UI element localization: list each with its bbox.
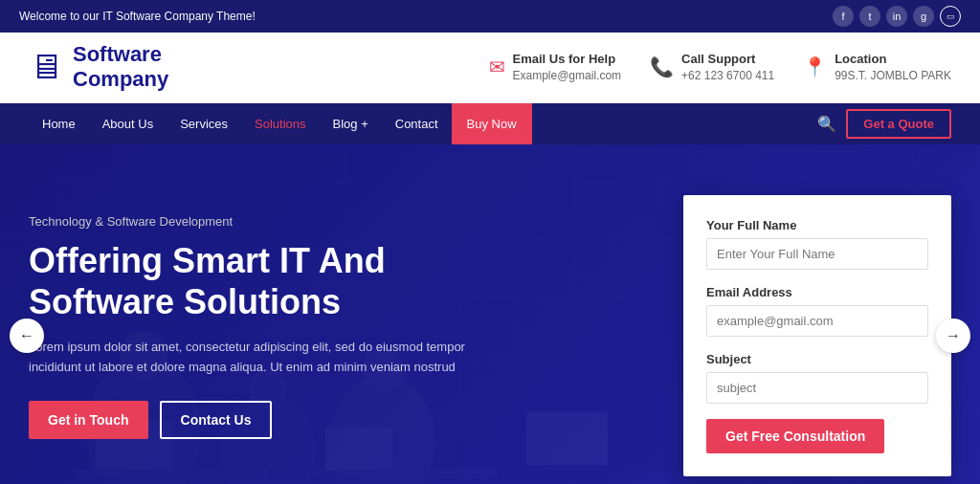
header: 🖥 Software Company ✉ Email Us for Help E… [0, 33, 980, 103]
contact-email: ✉ Email Us for Help Example@gmail.com [489, 51, 622, 84]
welcome-text: Welcome to our IT Software Company Theme… [19, 10, 256, 23]
twitter-icon[interactable]: t [859, 6, 880, 27]
get-in-touch-button[interactable]: Get in Touch [29, 401, 148, 439]
subject-label: Subject [706, 352, 928, 366]
nav-actions: 🔍 Get a Quote [817, 109, 951, 139]
navbar: Home About Us Services Solutions Blog + … [0, 103, 980, 144]
nav-home[interactable]: Home [29, 103, 89, 144]
search-icon[interactable]: 🔍 [817, 115, 836, 133]
tv-icon[interactable]: ▭ [940, 6, 961, 27]
name-label: Your Full Name [706, 218, 928, 232]
nav-services[interactable]: Services [167, 103, 241, 144]
name-input[interactable] [706, 238, 928, 270]
header-contacts: ✉ Email Us for Help Example@gmail.com 📞 … [489, 51, 952, 84]
hero-title: Offering Smart IT And Software Solutions [29, 240, 488, 322]
hero-prev-button[interactable]: ← [10, 319, 44, 353]
email-label: Email Address [706, 285, 928, 299]
consultation-form: Your Full Name Email Address Subject Get… [683, 195, 951, 476]
hero-content: Technology & Software Development Offeri… [0, 157, 980, 484]
top-bar: Welcome to our IT Software Company Theme… [0, 0, 980, 33]
hero-next-button[interactable]: → [936, 319, 970, 353]
google-icon[interactable]: g [913, 6, 934, 27]
email-value: Example@gmail.com [513, 68, 622, 84]
hero-subtitle: Technology & Software Development [29, 214, 488, 229]
nav-solutions[interactable]: Solutions [241, 103, 319, 144]
quote-button[interactable]: Get a Quote [846, 109, 951, 139]
logo-icon: 🖥 [29, 50, 63, 84]
hero-description: Lorem ipsum dolor sit amet, consectetur … [29, 338, 488, 378]
form-email-group: Email Address [706, 285, 928, 337]
location-value: 99S.T. JOMBLO PARK [835, 68, 951, 84]
nav-links: Home About Us Services Solutions Blog + … [29, 103, 532, 144]
contact-phone: 📞 Call Support +62 123 6700 411 [650, 51, 774, 84]
social-icons: f t in g ▭ [833, 6, 961, 27]
logo-text: Software Company [73, 42, 168, 93]
hero-text: Technology & Software Development Offeri… [29, 195, 488, 439]
contact-us-button[interactable]: Contact Us [160, 401, 273, 439]
phone-icon: 📞 [650, 55, 674, 78]
form-submit-button[interactable]: Get Free Consultation [706, 419, 884, 453]
phone-value: +62 123 6700 411 [681, 68, 774, 84]
location-icon: 📍 [803, 55, 827, 78]
email-input[interactable] [706, 305, 928, 337]
hero-buttons: Get in Touch Contact Us [29, 401, 488, 439]
nav-about[interactable]: About Us [89, 103, 167, 144]
instagram-icon[interactable]: in [886, 6, 907, 27]
hero-section: ← Technology & Software Development Offe… [0, 144, 980, 484]
contact-location: 📍 Location 99S.T. JOMBLO PARK [803, 51, 951, 84]
form-name-group: Your Full Name [706, 218, 928, 270]
email-label: Email Us for Help [513, 51, 622, 68]
phone-label: Call Support [681, 51, 774, 68]
nav-buy-now[interactable]: Buy Now [452, 103, 532, 144]
facebook-icon[interactable]: f [833, 6, 854, 27]
form-subject-group: Subject [706, 352, 928, 404]
subject-input[interactable] [706, 372, 928, 404]
nav-contact[interactable]: Contact [382, 103, 452, 144]
email-icon: ✉ [489, 55, 505, 78]
logo[interactable]: 🖥 Software Company [29, 42, 168, 93]
location-label: Location [835, 51, 951, 68]
nav-blog[interactable]: Blog + [320, 103, 382, 144]
